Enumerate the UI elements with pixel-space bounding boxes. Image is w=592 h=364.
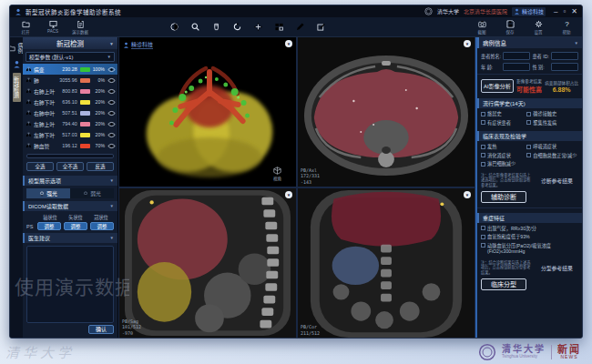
display-options-header[interactable]: 模型展示选项 ▼ bbox=[23, 176, 117, 186]
detection-panel: 新冠检测 ▼ 模型参数 (默认-v1) ▼ 病变 230.28 100% bbox=[23, 37, 118, 338]
segment-row-lul[interactable]: 左肺上叶 794.40 20% bbox=[23, 118, 117, 129]
patient-name-field[interactable] bbox=[503, 52, 530, 60]
view-tools bbox=[170, 23, 325, 31]
caret-down-icon: ▼ bbox=[110, 178, 114, 183]
checkbox-lymphocyte-low[interactable]: 淋巴细胞减少 bbox=[481, 161, 526, 167]
settings-button[interactable]: 设置 bbox=[528, 20, 548, 35]
checkbox-symptomatic-patient[interactable]: 有症状患者 bbox=[481, 120, 526, 126]
patient-age-field[interactable] bbox=[503, 63, 530, 71]
pacs-button[interactable]: PACS bbox=[43, 20, 63, 35]
eye-icon[interactable] bbox=[107, 132, 116, 138]
caret-down-icon[interactable]: ▼ bbox=[575, 41, 578, 46]
viewport-sagittal[interactable]: ▼ PB/Sag 101/512 -970 bbox=[119, 188, 296, 338]
pan-hand-tool-icon[interactable] bbox=[212, 23, 220, 31]
confirm-button[interactable]: 确认 bbox=[88, 325, 114, 334]
checkbox-pao2-fio2[interactable]: 动脉血氧分压(PaO2)/吸氧浓度(FiO2)≤300mmHg bbox=[481, 243, 578, 255]
tab-covid-detection[interactable]: 新冠检测 bbox=[13, 73, 21, 102]
model-params-dropdown[interactable]: 模型参数 (默认-v1) ▼ bbox=[26, 52, 115, 62]
checkbox-confirmed-contact[interactable]: 确诊接触史 bbox=[526, 111, 578, 117]
weak-light-tab[interactable]: 弱光 bbox=[70, 188, 114, 198]
viewport-menu-button[interactable]: ▼ bbox=[285, 191, 292, 198]
segment-row-rll[interactable]: 右肺下叶 636.10 20% bbox=[23, 96, 117, 107]
patient-sex-field[interactable] bbox=[551, 63, 578, 71]
eye-icon[interactable] bbox=[107, 143, 116, 149]
close-button[interactable]: ✕ bbox=[571, 6, 577, 16]
annotate-tool-icon[interactable] bbox=[317, 23, 325, 31]
right-toolbar-buttons: 截图 保存 设置 帮助 bbox=[472, 20, 577, 35]
sagittal-adjust-button[interactable]: 调整 bbox=[64, 222, 87, 230]
minimize-button[interactable]: – bbox=[554, 6, 557, 16]
zoom-tool-icon[interactable] bbox=[191, 23, 199, 31]
layout-tool-icon[interactable] bbox=[275, 23, 283, 31]
viewport-menu-button[interactable]: ▼ bbox=[464, 40, 471, 47]
measure-pencil-tool-icon[interactable] bbox=[296, 23, 304, 31]
diagnosis-result-label: 诊断参考结果 bbox=[536, 177, 578, 185]
viewport-menu-button[interactable]: ▼ bbox=[464, 191, 471, 198]
invert-select-button[interactable]: 反选 bbox=[87, 162, 114, 171]
eye-icon[interactable] bbox=[107, 66, 116, 73]
doctor-advice-input[interactable] bbox=[26, 246, 114, 323]
demo-data-button[interactable]: 演示数据 bbox=[70, 20, 90, 35]
assist-diagnosis-button[interactable]: 辅助诊断 bbox=[481, 191, 526, 203]
select-none-button[interactable]: 全不选 bbox=[56, 162, 84, 171]
move-crosshair-tool-icon[interactable] bbox=[254, 23, 262, 31]
select-all-button[interactable]: 全选 bbox=[26, 162, 54, 171]
clinical-typing-button[interactable]: 临床分型 bbox=[481, 278, 526, 290]
ai-analysis-button[interactable]: AI影像分析 bbox=[481, 79, 514, 93]
color-swatch[interactable] bbox=[80, 89, 90, 94]
color-swatch[interactable] bbox=[80, 78, 90, 83]
eye-icon[interactable] bbox=[107, 121, 116, 127]
toolbar: 打开 PACS 演示数据 截图 bbox=[10, 17, 582, 37]
help-button[interactable]: 帮助 bbox=[556, 20, 577, 35]
strong-light-tab[interactable]: 强光 bbox=[26, 188, 70, 198]
doctor-advice-header[interactable]: 医生建议 ▼ bbox=[23, 233, 117, 243]
checkbox-travel-history[interactable]: 旅居史 bbox=[481, 111, 526, 117]
eye-icon[interactable] bbox=[107, 88, 116, 95]
coronal-adjust-button[interactable]: 调整 bbox=[90, 222, 114, 230]
viewport-coronal[interactable]: ▼ PB/Cor 211/512 bbox=[298, 188, 475, 338]
color-swatch[interactable] bbox=[80, 67, 90, 72]
caret-down-icon[interactable]: ▼ bbox=[109, 41, 114, 46]
segment-row-rul[interactable]: 右肺上叶 800.83 20% bbox=[23, 86, 117, 96]
checkbox-digestive-symptoms[interactable]: 消化道症状 bbox=[481, 153, 526, 159]
color-swatch[interactable] bbox=[80, 144, 90, 148]
segment-row-lll[interactable]: 左肺下叶 517.03 20% bbox=[23, 129, 117, 140]
patient-id-field[interactable] bbox=[551, 52, 578, 60]
color-swatch[interactable] bbox=[80, 111, 90, 116]
color-swatch[interactable] bbox=[80, 133, 90, 137]
rotate-tool-icon[interactable] bbox=[233, 23, 241, 31]
axial-adjust-button[interactable]: 调整 bbox=[37, 222, 61, 230]
open-button[interactable]: 打开 bbox=[15, 20, 36, 35]
checkbox-shortness-of-breath[interactable]: 出现气促，RR≥30次/分 bbox=[481, 226, 578, 232]
contrast-tool-icon[interactable] bbox=[170, 23, 179, 31]
vessel-icon bbox=[26, 143, 32, 148]
axial-overlay-label: PB/Axl 172/331 -143 bbox=[301, 167, 320, 186]
maximize-button[interactable]: ▫ bbox=[563, 6, 566, 16]
segment-row-lesion[interactable]: 病变 230.28 100% bbox=[23, 64, 117, 75]
checkbox-low-spo2[interactable]: 血氧饱和度低于93% bbox=[481, 234, 578, 240]
screenshot-button[interactable]: 截图 bbox=[472, 20, 492, 35]
epidemiology-checkboxes: 旅居史 确诊接触史 有症状患者 聚集性发病 bbox=[477, 108, 582, 128]
viewport-3d[interactable]: 精诊科技 ▼ 视角 bbox=[119, 37, 296, 187]
eye-icon[interactable] bbox=[107, 77, 116, 84]
eye-icon[interactable] bbox=[107, 110, 116, 116]
color-swatch[interactable] bbox=[80, 100, 90, 105]
checkbox-fever[interactable]: 发热 bbox=[481, 144, 526, 150]
tsinghua-seal-icon bbox=[424, 7, 433, 15]
dicom-section-header[interactable]: DICOM读取数据 ▼ bbox=[23, 201, 117, 211]
viewport-axial[interactable]: ▼ PB/Axl 172/331 -143 bbox=[298, 37, 475, 187]
save-button[interactable]: 保存 bbox=[500, 20, 520, 35]
typing-result-label: 分型参考结果 bbox=[536, 264, 578, 272]
segment-row-rml[interactable]: 右肺中叶 507.51 20% bbox=[23, 107, 117, 118]
eye-icon[interactable] bbox=[107, 99, 116, 106]
orientation-cube[interactable]: 视角 bbox=[273, 167, 281, 181]
checkbox-cluster-onset[interactable]: 聚集性发病 bbox=[526, 120, 578, 126]
viewport-watermark-logo: 精诊科技 bbox=[123, 40, 153, 49]
color-swatch[interactable] bbox=[80, 122, 90, 126]
checkbox-wbc-normal-low[interactable]: 白细胞总数正常/减少 bbox=[526, 153, 578, 159]
checkbox-respiratory-symptoms[interactable]: 呼吸道症状 bbox=[526, 144, 578, 150]
left-tab-strip: 病例 新冠检测 bbox=[10, 37, 23, 338]
viewport-menu-button[interactable]: ▼ bbox=[285, 40, 292, 47]
segment-row-lung[interactable]: 肺 3055.96 0% bbox=[23, 75, 117, 86]
segment-row-vessels[interactable]: 肺血管 196.12 70% bbox=[23, 140, 117, 151]
